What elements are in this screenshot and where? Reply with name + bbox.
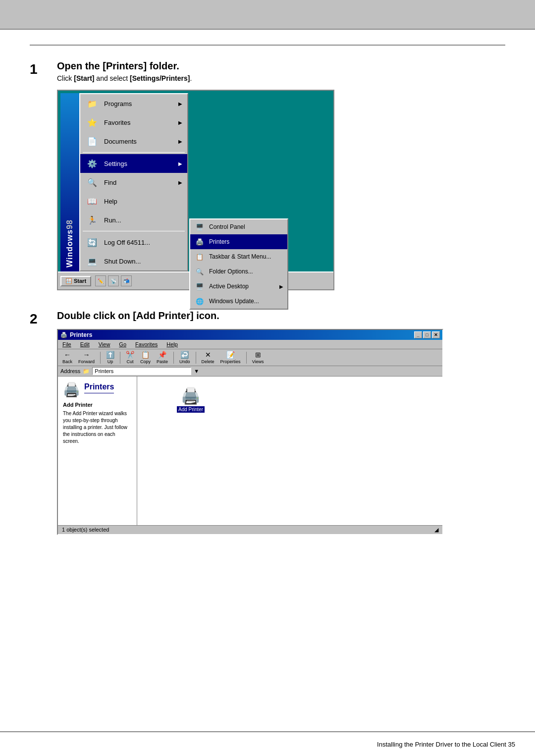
- undo-icon: ↩️: [180, 351, 189, 359]
- shutdown-label: Shut Down...: [104, 258, 182, 265]
- submenu-folder-options[interactable]: 🔍 Folder Options...: [190, 264, 287, 279]
- menu-item-shutdown[interactable]: 💻 Shut Down...: [80, 252, 187, 270]
- menu-item-help[interactable]: 📖 Help: [80, 192, 187, 211]
- menu-item-favorites[interactable]: ⭐ Favorites ▶: [80, 113, 187, 132]
- tool-copy[interactable]: 📋 Copy: [138, 350, 153, 365]
- printers-left-icon: 🖨️: [63, 381, 80, 398]
- properties-label: Properties: [220, 359, 241, 364]
- maximize-button[interactable]: □: [423, 331, 431, 338]
- printers-title-icon: 🖨️: [60, 332, 67, 338]
- step-2: 2 Double click on [Add Printer] icon. 🖨️…: [30, 310, 505, 535]
- menu-item-programs[interactable]: 📁 Programs ▶: [80, 94, 187, 113]
- left-panel-section: Add Printer: [63, 402, 132, 408]
- windows-update-icon: 🌐: [194, 296, 205, 307]
- menu-item-logoff[interactable]: 🔄 Log Off 64511...: [80, 233, 187, 252]
- menu-divider-1: [83, 152, 185, 153]
- tool-forward[interactable]: → Forward: [76, 350, 97, 365]
- step-1-subtitle: Click [Start] and select [Settings/Print…: [57, 74, 505, 82]
- help-label: Help: [104, 198, 182, 205]
- menu-item-settings[interactable]: ⚙️ Settings ▶ 🖥️ Control Panel: [80, 154, 187, 173]
- delete-label: Delete: [202, 359, 214, 364]
- step-1-number: 1: [30, 60, 47, 77]
- printers-window: 🖨️ Printers _ □ ✕ File Edit View Go Favo: [57, 329, 443, 535]
- back-label: Back: [62, 359, 72, 364]
- active-desktop-arrow: ▶: [279, 284, 283, 289]
- taskbar-icon-3[interactable]: 📬: [121, 275, 132, 286]
- windows-update-label: Windows Update...: [209, 298, 259, 305]
- submenu-windows-update[interactable]: 🌐 Windows Update...: [190, 294, 287, 309]
- logoff-label: Log Off 64511...: [104, 239, 182, 246]
- cut-icon: ✂️: [126, 351, 134, 359]
- up-icon: ⬆️: [106, 351, 114, 359]
- tool-back[interactable]: ← Back: [60, 350, 74, 365]
- programs-icon: 📁: [85, 97, 99, 110]
- taskbar-icons: ✏️ 📡 📬: [95, 275, 132, 286]
- documents-label: Documents: [104, 138, 176, 145]
- step-1-content: Open the [Printers] folder. Click [Start…: [57, 60, 505, 290]
- menu-item-run[interactable]: 🏃 Run...: [80, 211, 187, 229]
- menu-file[interactable]: File: [60, 341, 73, 348]
- tool-paste[interactable]: 📌 Paste: [155, 350, 170, 365]
- menu-edit[interactable]: Edit: [78, 341, 92, 348]
- step-1-bold1: [Start]: [74, 74, 94, 82]
- statusbar-text: 1 object(s) selected: [62, 527, 109, 533]
- taskbar-icon-1[interactable]: ✏️: [95, 275, 106, 286]
- top-divider: [30, 45, 505, 46]
- paste-label: Paste: [157, 359, 168, 364]
- address-input[interactable]: Printers: [92, 367, 191, 375]
- start-button[interactable]: 🪟 Start: [60, 276, 91, 286]
- tool-undo[interactable]: ↩️ Undo: [177, 350, 192, 365]
- submenu-printers[interactable]: 🖨️ Printers: [190, 234, 287, 249]
- run-label: Run...: [104, 216, 182, 224]
- minimize-button[interactable]: _: [414, 331, 422, 338]
- menu-go[interactable]: Go: [117, 341, 128, 348]
- menu-view[interactable]: View: [97, 341, 112, 348]
- programs-arrow: ▶: [178, 101, 182, 107]
- printers-icon: 🖨️: [194, 236, 205, 247]
- add-printer-label[interactable]: Add Printer: [177, 406, 205, 413]
- tool-cut[interactable]: ✂️ Cut: [124, 350, 136, 365]
- start-label: Start: [74, 278, 86, 284]
- favorites-label: Favorites: [104, 119, 176, 126]
- submenu-active-desktop[interactable]: 🖥️ Active Desktop ▶: [190, 279, 287, 294]
- start-menu: Windows98 📁 Programs ▶ ⭐: [60, 93, 188, 271]
- properties-icon: 📝: [226, 351, 235, 359]
- step-1-bold2: [Settings/Printers]: [130, 74, 190, 82]
- menu-item-find[interactable]: 🔍 Find ▶: [80, 173, 187, 192]
- address-dropdown-icon[interactable]: ▼: [194, 368, 199, 374]
- menu-favorites[interactable]: Favorites: [133, 341, 160, 348]
- tool-delete[interactable]: ✕ Delete: [200, 350, 216, 365]
- menu-main: 📁 Programs ▶ ⭐ Favorites ▶ 📄: [79, 93, 188, 271]
- settings-icon: ⚙️: [85, 157, 99, 170]
- address-label: Address: [60, 368, 80, 374]
- toolbar-sep-1: [100, 352, 101, 364]
- back-icon: ←: [64, 351, 71, 359]
- logoff-icon: 🔄: [85, 235, 99, 249]
- folder-options-icon: 🔍: [194, 266, 205, 277]
- documents-arrow: ▶: [178, 139, 182, 144]
- help-icon: 📖: [85, 194, 99, 208]
- submenu-taskbar[interactable]: 📋 Taskbar & Start Menu...: [190, 249, 287, 264]
- tool-properties[interactable]: 📝 Properties: [218, 350, 243, 365]
- toolbar-sep-5: [246, 352, 247, 364]
- menu-help[interactable]: Help: [164, 341, 180, 348]
- tool-views[interactable]: ⊞ Views: [250, 350, 266, 365]
- menu-item-documents[interactable]: 📄 Documents ▶: [80, 132, 187, 151]
- win-main-area: 🖨️ Add Printer: [137, 377, 442, 525]
- win-body: 🖨️ Printers Add Printer The Add Printer …: [58, 377, 442, 525]
- copy-icon: 📋: [141, 351, 150, 359]
- step-2-number: 2: [30, 310, 47, 327]
- resize-handle: ◢: [434, 527, 438, 533]
- control-panel-label: Control Panel: [209, 223, 245, 230]
- taskbar-icon-2[interactable]: 📡: [108, 275, 119, 286]
- tool-up[interactable]: ⬆️ Up: [104, 350, 116, 365]
- add-printer-icon[interactable]: 🖨️: [181, 386, 201, 405]
- find-arrow: ▶: [178, 180, 182, 185]
- active-desktop-icon: 🖥️: [194, 281, 205, 292]
- run-icon: 🏃: [85, 213, 99, 227]
- toolbar-sep-4: [196, 352, 196, 364]
- close-button[interactable]: ✕: [432, 331, 440, 338]
- cut-label: Cut: [127, 359, 134, 364]
- find-icon: 🔍: [85, 175, 99, 189]
- submenu-control-panel[interactable]: 🖥️ Control Panel: [190, 219, 287, 234]
